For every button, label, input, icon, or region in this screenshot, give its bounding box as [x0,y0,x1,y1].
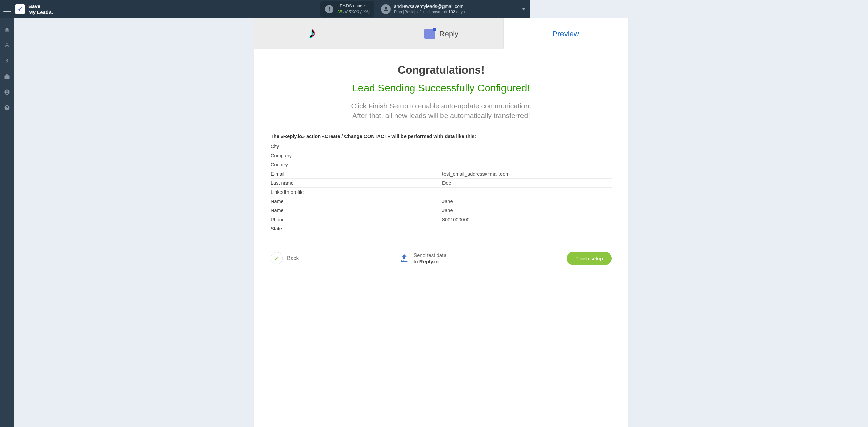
check-icon: ✓ [18,5,23,13]
user-email: andrewsavemyleads@gmail.com [394,4,465,10]
usage-label: LEADS usage: [337,3,370,9]
row-key: Last name [271,180,442,186]
row-value: Jane [442,199,530,204]
data-preview-section: The «Reply.io» action «Create / Change C… [254,130,530,240]
row-key: City [271,144,442,149]
table-row: Phone8001000000 [271,215,530,224]
table-row: State [271,224,530,233]
table-row: NameJane [271,197,530,206]
step-source[interactable]: ♪ ♪ ♪ [254,18,379,49]
table-row: Country [271,160,530,169]
sidebar-account[interactable] [0,85,14,99]
chevron-down-icon[interactable]: ▾ [522,6,525,12]
row-value: Jane [442,208,530,213]
app-logo-icon: ✓ [15,4,25,14]
sidebar-billing[interactable] [0,54,14,68]
usage-value: 35 of 5'000 (1%) [337,9,370,15]
footer-row: Back Send test data to Reply.io Finish s… [254,240,530,261]
step-destination[interactable]: Reply [379,18,504,49]
row-key: E-mail [271,171,442,177]
row-key: Phone [271,217,442,222]
info-icon: i [325,5,333,13]
tiktok-icon: ♪ ♪ ♪ [308,25,324,43]
row-key: State [271,226,442,231]
send-test-button[interactable]: Send test data to Reply.io [399,252,447,261]
row-key: Name [271,199,442,204]
sidebar-home[interactable] [0,23,14,37]
sidebar-help[interactable] [0,101,14,115]
table-row: Last nameDoe [271,179,530,188]
svg-rect-0 [7,43,8,44]
row-key: LinkedIn profile [271,189,442,195]
sidebar-integrations[interactable] [0,39,14,52]
congrats-block: Congratulations! Lead Sending Successful… [254,49,530,130]
row-value: Doe [442,180,530,186]
row-key: Country [271,162,442,167]
app-header: ✓ Save My Leads. i LEADS usage: 35 of 5'… [0,0,530,18]
back-button[interactable]: Back [271,252,299,261]
avatar-icon [381,4,391,14]
row-key: Name [271,208,442,213]
upload-icon [399,253,410,261]
table-row: E-mailtest_email_address@mail.com [271,169,530,179]
menu-toggle[interactable] [3,5,11,13]
main-content: ♪ ♪ ♪ Reply Preview Congratulations! Lea… [14,18,530,261]
app-logo-text: Save My Leads. [28,3,53,15]
step-dest-label: Reply [439,29,458,38]
steps-row: ♪ ♪ ♪ Reply Preview [254,18,530,49]
back-label: Back [287,255,299,261]
table-row: Company [271,151,530,160]
congrats-subtitle: Lead Sending Successfully Configured! [268,82,530,94]
sidebar [0,18,14,261]
row-value: test_email_address@mail.com [442,171,530,177]
table-row: LinkedIn profile [271,188,530,197]
row-value: 8001000000 [442,217,530,222]
data-caption: The «Reply.io» action «Create / Change C… [271,130,530,142]
sidebar-workspace[interactable] [0,70,14,83]
send-test-label: Send test data to Reply.io [414,252,447,261]
svg-point-4 [403,260,404,261]
user-menu[interactable]: andrewsavemyleads@gmail.com Plan |Basic|… [381,4,525,15]
row-value [442,153,530,158]
step-preview[interactable]: Preview [504,18,530,49]
reply-icon [424,29,435,39]
leads-usage-box[interactable]: i LEADS usage: 35 of 5'000 (1%) [320,1,374,17]
row-value [442,144,530,149]
row-value [442,226,530,231]
row-key: Company [271,153,442,158]
setup-card: ♪ ♪ ♪ Reply Preview Congratulations! Lea… [254,18,530,261]
svg-point-3 [401,260,402,261]
row-value [442,189,530,195]
user-plan: Plan |Basic| left until payment 132 days [394,9,465,15]
edit-icon [271,252,283,261]
congrats-title: Congratulations! [268,64,530,76]
row-value [442,162,530,167]
table-row: NameJane [271,206,530,215]
congrats-desc: Click Finish Setup to enable auto-update… [268,101,530,121]
table-row: City [271,142,530,151]
